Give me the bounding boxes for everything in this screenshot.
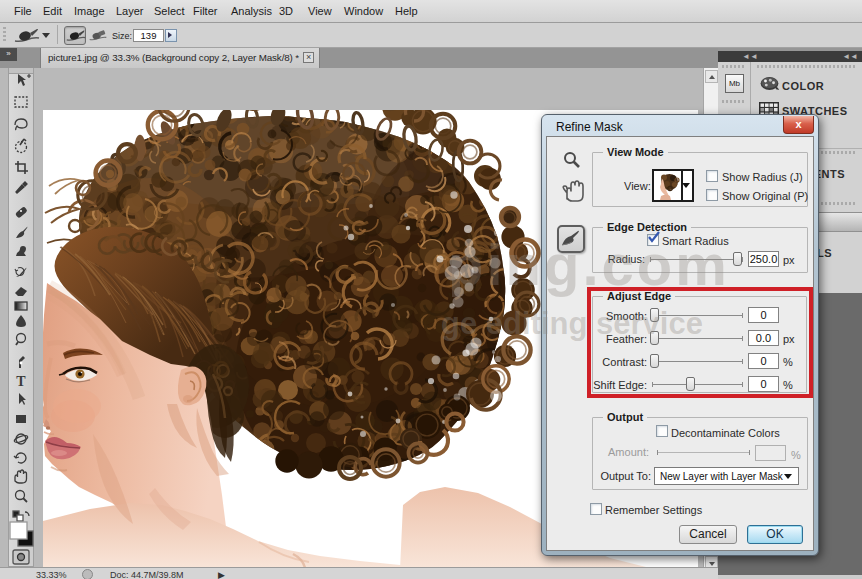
svg-text:T: T	[16, 374, 26, 389]
